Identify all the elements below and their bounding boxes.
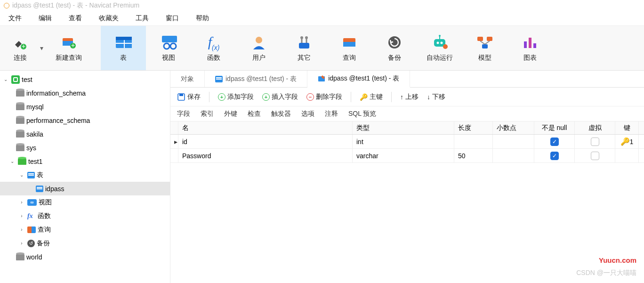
col-type[interactable]: 类型 xyxy=(353,121,454,134)
subtab-options[interactable]: 选项 xyxy=(301,110,314,118)
col-key[interactable]: 键 xyxy=(615,121,639,134)
cell-length[interactable] xyxy=(454,135,493,148)
chevron-right-icon[interactable]: › xyxy=(18,200,25,205)
ribbon-other[interactable]: 其它 xyxy=(282,26,327,70)
tab-data[interactable]: idpass @test1 (test) - 表 xyxy=(205,71,307,87)
ribbon-connect[interactable]: + 连接 xyxy=(4,26,37,70)
menu-tools[interactable]: 工具 xyxy=(136,14,149,23)
ribbon-model[interactable]: 模型 xyxy=(462,26,507,70)
col-virtual[interactable]: 虚拟 xyxy=(575,121,615,134)
chevron-down-icon[interactable]: ⌄ xyxy=(18,172,25,178)
ribbon-view[interactable]: 视图 xyxy=(146,26,191,70)
tree-functions[interactable]: ›fx函数 xyxy=(0,209,170,223)
primary-key-button[interactable]: 🔑主键 xyxy=(360,93,383,101)
ribbon-query[interactable]: 查询 xyxy=(327,26,372,70)
insert-field-button[interactable]: +插入字段 xyxy=(262,93,298,101)
ribbon-automation[interactable]: 自动运行 xyxy=(417,26,462,70)
col-decimal[interactable]: 小数点 xyxy=(493,121,534,134)
chart-icon xyxy=(522,34,539,51)
svg-rect-7 xyxy=(116,37,132,40)
delete-field-button[interactable]: −删除字段 xyxy=(306,93,342,101)
chevron-down-icon[interactable]: ⌄ xyxy=(8,159,16,164)
chevron-right-icon[interactable]: › xyxy=(18,241,25,246)
cell-notnull[interactable]: ✓ xyxy=(534,135,575,148)
function-icon: fx xyxy=(27,212,36,220)
subtab-trigger[interactable]: 触发器 xyxy=(271,110,291,118)
subtab-check[interactable]: 检查 xyxy=(248,110,261,118)
watermark-author: CSDN @一只大喵喵 xyxy=(576,269,636,277)
subtab-sql[interactable]: SQL 预览 xyxy=(348,110,376,118)
tree-db[interactable]: performance_schema xyxy=(0,113,170,127)
chevron-right-icon[interactable]: › xyxy=(18,227,25,232)
svg-point-11 xyxy=(164,43,169,49)
tree-connection[interactable]: ⌄ test xyxy=(0,73,170,86)
move-down-button[interactable]: ↓下移 xyxy=(427,93,445,101)
svg-point-18 xyxy=(300,36,303,39)
connection-icon xyxy=(11,75,20,84)
subtab-fields[interactable]: 字段 xyxy=(177,110,190,118)
checkbox-icon: ✓ xyxy=(550,137,559,146)
tab-design[interactable]: idpass @test1 (test) - 表 xyxy=(307,71,410,88)
ribbon-table[interactable]: 表 xyxy=(101,26,146,70)
ribbon-backup[interactable]: 备份 xyxy=(372,26,417,70)
table-row[interactable]: Passwordvarchar50✓ xyxy=(170,149,644,163)
tree-db[interactable]: sys xyxy=(0,141,170,154)
menu-help[interactable]: 帮助 xyxy=(196,14,209,23)
col-name[interactable]: 名 xyxy=(178,121,353,134)
tree-db[interactable]: information_schema xyxy=(0,86,170,100)
cell-name[interactable]: Password xyxy=(178,149,353,162)
col-length[interactable]: 长度 xyxy=(454,121,493,134)
connect-dropdown[interactable]: ▾ xyxy=(37,26,46,70)
cell-virtual[interactable] xyxy=(575,135,615,148)
cell-key[interactable]: 🔑1 xyxy=(615,135,639,148)
chevron-right-icon[interactable]: › xyxy=(18,213,25,218)
tree-views[interactable]: ›视图 xyxy=(0,195,170,209)
tab-objects[interactable]: 对象 xyxy=(170,71,205,87)
chevron-down-icon[interactable]: ⌄ xyxy=(2,77,9,82)
checkbox-icon xyxy=(591,137,599,146)
ribbon-chart[interactable]: 图表 xyxy=(507,26,553,70)
checkbox-icon xyxy=(591,152,599,160)
save-icon xyxy=(177,93,185,101)
col-notnull[interactable]: 不是 null xyxy=(534,121,575,134)
menu-view[interactable]: 查看 xyxy=(69,14,82,23)
svg-rect-29 xyxy=(477,37,483,41)
subtab-fk[interactable]: 外键 xyxy=(224,110,237,118)
subtab-comment[interactable]: 注释 xyxy=(325,110,338,118)
menu-window[interactable]: 窗口 xyxy=(166,14,179,23)
tree-table-item[interactable]: idpass xyxy=(0,182,170,195)
menu-edit[interactable]: 编辑 xyxy=(39,14,52,23)
sidebar-tree: ⌄ test information_schema mysql performa… xyxy=(0,71,170,283)
table-row[interactable]: ▸idint✓🔑1 xyxy=(170,135,644,149)
subtab-indexes[interactable]: 索引 xyxy=(201,110,214,118)
ribbon-func[interactable]: f(x) 函数 xyxy=(191,26,236,70)
tree-db[interactable]: world xyxy=(0,250,170,264)
cell-length[interactable]: 50 xyxy=(454,149,493,162)
cell-decimal[interactable] xyxy=(493,149,534,162)
table-icon xyxy=(115,34,132,51)
tree-backups[interactable]: ›↺备份 xyxy=(0,236,170,250)
cell-notnull[interactable]: ✓ xyxy=(534,149,575,162)
grid-header: 名 类型 长度 小数点 不是 null 虚拟 键 xyxy=(170,121,644,135)
menu-fav[interactable]: 收藏夹 xyxy=(99,14,119,23)
row-indicator: ▸ xyxy=(170,135,178,148)
menu-file[interactable]: 文件 xyxy=(8,14,22,23)
cell-name[interactable]: id xyxy=(178,135,353,148)
save-button[interactable]: 保存 xyxy=(177,93,201,101)
tree-queries[interactable]: ›查询 xyxy=(0,223,170,236)
ribbon-user[interactable]: 用户 xyxy=(236,26,282,70)
add-field-button[interactable]: +添加字段 xyxy=(218,93,254,101)
move-up-button[interactable]: ↑上移 xyxy=(400,93,419,101)
cell-decimal[interactable] xyxy=(493,135,534,148)
tree-db[interactable]: mysql xyxy=(0,100,170,113)
tree-tables-group[interactable]: ⌄表 xyxy=(0,168,170,182)
cell-type[interactable]: int xyxy=(353,135,454,148)
svg-rect-21 xyxy=(343,42,355,47)
row-indicator xyxy=(170,149,178,162)
cell-type[interactable]: varchar xyxy=(353,149,454,162)
ribbon-new-query[interactable]: + 新建查询 xyxy=(46,26,91,70)
cell-key[interactable] xyxy=(615,149,639,162)
tree-db-active[interactable]: ⌄test1 xyxy=(0,154,170,168)
cell-virtual[interactable] xyxy=(575,149,615,162)
tree-db[interactable]: sakila xyxy=(0,127,170,141)
